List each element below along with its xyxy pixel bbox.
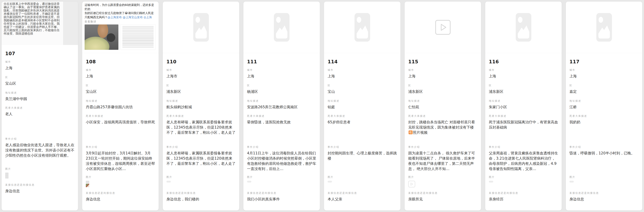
field-value-source: 身边信息	[570, 196, 639, 202]
record-card-114[interactable]: 114 城市上海 区宝山 地址描述铂庭 死者大体描述65岁癌症患者 事件介绍封控…	[324, 2, 400, 210]
field-value-district: 宝山区	[5, 81, 74, 86]
text-screenshot-photo	[120, 25, 156, 50]
field-label-district: 区	[489, 84, 558, 87]
field-label-district: 区	[86, 84, 155, 87]
field-label-source: 直接信息还是间接信息	[247, 191, 316, 195]
image-placeholder-icon	[354, 13, 370, 42]
attachment-preview[interactable]	[485, 2, 562, 53]
field-value-district: 宝山	[328, 89, 397, 94]
field-label-event: 事件介绍	[247, 146, 316, 149]
record-card-115[interactable]: 115 城市上海 区浦东新区 地址描述仁怡苑 死者大体描述 封控，跳楼自杀当场死…	[404, 2, 481, 210]
post-line1: 运输有时间，为什么跟居委会的60的菜能到，还好多是烂的	[84, 3, 154, 11]
field-label-deceased: 死者大体描述	[489, 114, 558, 118]
field-label-address: 地址描述	[247, 99, 316, 103]
image-thumbnail[interactable]	[247, 181, 251, 182]
field-label-source: 直接信息还是间接信息	[166, 191, 236, 195]
record-card-108[interactable]: 运输有时间，为什么跟居委会的60的菜能到，还好多是烂的 别的区都已经分发过几批物…	[82, 2, 159, 210]
field-label-image: 图片	[570, 175, 639, 179]
image-thumbnail[interactable]	[489, 181, 493, 182]
field-label-district: 区	[328, 84, 397, 87]
field-label-event: 事件介绍	[328, 146, 397, 149]
field-label-city: 城市	[408, 69, 478, 72]
field-value-deceased: 死于浦东医院新冠隔离治疗中，有肾衰高血压封基础病	[489, 120, 558, 140]
card-fields: 114 城市上海 区宝山 地址描述铂庭 死者大体描述65岁癌症患者 事件介绍封控…	[324, 59, 400, 202]
image-thumbnail[interactable]	[86, 184, 89, 187]
field-label-deceased: 死者大体描述	[5, 106, 74, 109]
image-thumbnail[interactable]	[166, 181, 171, 182]
gallery-board: 分左右联系上中华西居委会，通过微信语音确认了这一事实。由于需要保护患者家属的隐私…	[0, 0, 644, 212]
attachment-preview[interactable]	[404, 2, 481, 53]
record-card-116[interactable]: 116 城市上海 区浦东新区 地址描述朱家门小区 死者大体描述死于浦东医院新冠隔…	[485, 2, 562, 210]
record-number: 114	[328, 59, 397, 64]
field-label-deceased: 死者大体描述	[328, 114, 397, 118]
post-mentions: @上海发布 @上海宝山发布 ◎上海	[108, 16, 152, 19]
field-label-city: 城市	[489, 69, 558, 72]
field-value-city: 上海市	[166, 74, 236, 79]
image-thumbnail[interactable]	[570, 181, 574, 182]
field-value-event: 4月11日上午，这位消毒防疫人员在给我们小区封控楼做消杀的时候突然晕倒，小区里有…	[247, 151, 316, 171]
record-card-107[interactable]: 分左右联系上中华西居委会，通过微信语音确认了这一事实。由于需要保护患者家属的隐私…	[2, 2, 78, 210]
field-value-district: 浦东新区	[166, 89, 236, 94]
field-label-image: 图片	[5, 167, 74, 170]
image-placeholder-icon	[516, 13, 531, 42]
field-value-district: 浦东新区	[489, 89, 558, 94]
image-thumbnail[interactable]	[5, 173, 8, 178]
field-label-image: 图片	[166, 175, 236, 179]
record-card-111[interactable]: 111 城市上海 区杨浦区 地址描述安波路265弄兰花教师公寓南区 死者大体描述…	[243, 2, 320, 210]
field-value-address: 江桥	[570, 104, 639, 110]
field-label-source: 直接信息还是间接信息	[86, 191, 155, 195]
field-value-address: 朱家门小区	[489, 104, 558, 110]
field-value-district: 嘉定	[570, 89, 639, 94]
attachment-preview[interactable]: 分左右联系上中华西居委会，通过微信语音确认了这一事实。由于需要保护患者家属的隐私…	[2, 2, 78, 45]
field-value-address: 丹霞山路257弄馨佳园八街坊	[86, 104, 155, 110]
field-value-source: 身边信息	[5, 188, 74, 194]
image-thumbnail[interactable]	[86, 181, 89, 183]
field-label-district: 区	[408, 84, 478, 87]
field-label-address: 地址描述	[408, 99, 478, 103]
attachment-preview[interactable]	[163, 2, 239, 53]
record-number: 108	[86, 59, 155, 64]
field-label-address: 地址描述	[86, 99, 155, 103]
field-value-source: 身边信息	[86, 196, 155, 202]
attachment-preview[interactable]	[566, 2, 642, 53]
field-label-event: 事件介绍	[570, 146, 639, 149]
field-label-image: 图片	[408, 175, 478, 179]
text-lines-pattern	[122, 26, 154, 48]
field-value-deceased: 封控，跳楼自杀当场死亡 对面楼邻居只看见听见现场情况，因为集体被封没有下楼 有照…	[408, 120, 478, 140]
video-thumbnail[interactable]	[408, 181, 415, 187]
attachment-preview[interactable]: 运输有时间，为什么跟居委会的60的菜能到，还好多是烂的 别的区都已经分发过几批物…	[82, 2, 158, 53]
image-thumbnails[interactable]	[86, 181, 89, 187]
field-value-source: 本人父亲	[328, 196, 397, 202]
field-value-address: 安波路265弄兰花教师公寓南区	[247, 104, 316, 110]
record-card-117[interactable]: 117 城市上海 区嘉定 地址描述江桥 死者大体描述我奶奶 事件介绍昏迷，呼吸微…	[566, 2, 642, 210]
attachment-preview[interactable]	[244, 2, 320, 53]
field-label-image: 图片	[247, 175, 316, 179]
record-card-110[interactable]: 110 城市上海市 区浦东新区 地址描述航头镇鹤沙航城 死者大体描述老人患有哮喘…	[162, 2, 240, 210]
field-value-city: 上海	[86, 74, 155, 79]
field-value-deceased: 我奶奶	[570, 120, 639, 140]
field-value-deceased: 小区保安，连续两周高强度值班，导致猝死	[86, 120, 155, 140]
field-label-district: 区	[247, 84, 316, 87]
image-placeholder-icon	[596, 13, 612, 42]
post-images	[84, 25, 156, 50]
field-value-event: 因为凌晨十二点自杀， 很久救护车来了可能看到现场死了， 尸体留在原地，后来半夜也…	[408, 151, 478, 171]
field-value-city: 上海	[5, 65, 74, 71]
field-value-source: 我们小区的真实事件	[247, 196, 316, 202]
field-label-event: 事件介绍	[489, 146, 558, 149]
rotten-cabbage-photo	[84, 25, 118, 50]
field-label-district: 区	[570, 84, 639, 87]
image-thumbnail[interactable]	[328, 181, 332, 182]
field-label-district: 区	[166, 84, 236, 87]
card-fields: 107 城市上海 区宝山区 地址描述美兰湖中华园 死者大体描述老人 事件介绍老人…	[2, 51, 78, 194]
field-label-source: 直接信息还是间接信息	[408, 191, 478, 195]
field-value-city: 上海	[570, 74, 639, 79]
field-label-source: 直接信息还是间接信息	[570, 191, 639, 195]
field-label-event: 事件介绍	[86, 146, 155, 149]
attachment-preview[interactable]	[324, 2, 400, 53]
field-label-event: 事件介绍	[5, 137, 74, 140]
field-value-address: 航头镇鹤沙航城	[166, 104, 236, 110]
record-number: 107	[5, 51, 74, 56]
record-number: 117	[570, 59, 639, 64]
deceased-text-after: 照片视频	[413, 130, 428, 135]
record-number: 110	[166, 59, 236, 64]
